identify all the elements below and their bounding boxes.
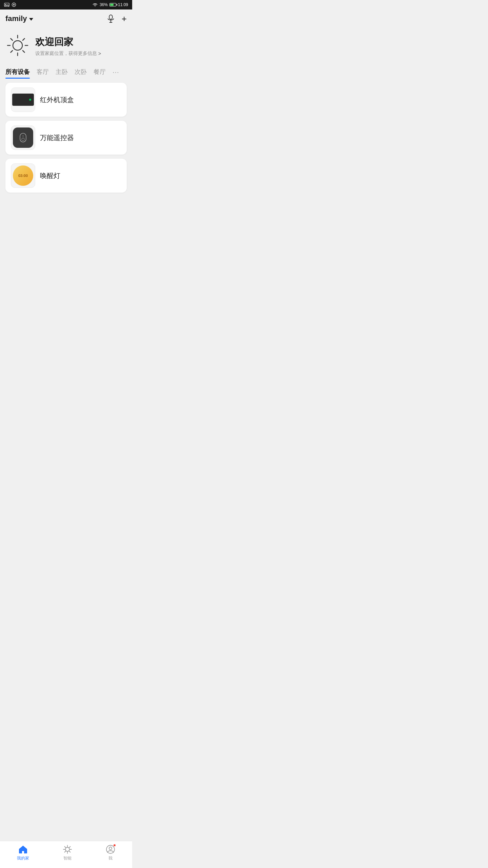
tabs-more-button[interactable]: ··· (113, 68, 119, 79)
svg-line-13 (23, 51, 25, 53)
chevron-down-icon (29, 18, 33, 21)
app-header: family + (0, 9, 132, 26)
svg-point-3 (13, 4, 15, 5)
room-tabs: 所有设备 客厅 主卧 次卧 餐厅 ··· (0, 64, 132, 79)
device-card-remote[interactable]: 万能遥控器 (5, 121, 127, 155)
device-name-settop: 红外机顶盒 (40, 95, 74, 104)
status-left-icons (4, 2, 16, 7)
battery-icon (109, 3, 116, 6)
device-name-lamp: 唤醒灯 (40, 171, 60, 180)
welcome-subtitle[interactable]: 设置家庭位置，获得更多信息 > (35, 51, 101, 57)
tab-master-bedroom[interactable]: 主卧 (56, 68, 68, 79)
lamp-time: 03:00 (18, 174, 28, 178)
welcome-title: 欢迎回家 (35, 36, 101, 48)
device-card-settop[interactable]: 红外机顶盒 (5, 83, 127, 117)
tab-second-bedroom[interactable]: 次卧 (75, 68, 87, 79)
welcome-text: 欢迎回家 设置家庭位置，获得更多信息 > (35, 36, 101, 57)
svg-rect-4 (109, 15, 112, 19)
status-bar: 36% 11:09 (0, 0, 132, 9)
welcome-banner: 欢迎回家 设置家庭位置，获得更多信息 > (0, 26, 132, 64)
device-list: 红外机顶盒 万能遥控器 03:00 唤醒灯 (0, 79, 132, 197)
sun-icon (5, 33, 30, 59)
time-display: 11:09 (118, 2, 128, 7)
svg-line-15 (11, 51, 13, 53)
circle-icon (12, 2, 16, 7)
mic-button[interactable] (107, 15, 115, 23)
remote-icon (13, 127, 33, 148)
add-button[interactable]: + (122, 14, 127, 23)
svg-point-17 (22, 138, 24, 141)
svg-point-1 (5, 4, 6, 5)
device-thumb-lamp: 03:00 (11, 163, 35, 188)
wifi-icon (92, 3, 98, 7)
lamp-icon: 03:00 (13, 165, 33, 186)
svg-line-14 (23, 39, 25, 41)
tab-dining-room[interactable]: 餐厅 (94, 68, 106, 79)
device-name-remote: 万能遥控器 (40, 133, 74, 142)
settop-box-icon (12, 94, 34, 106)
status-right: 36% 11:09 (92, 2, 128, 7)
svg-line-12 (11, 39, 13, 41)
tab-all-devices[interactable]: 所有设备 (5, 68, 30, 79)
arrow-icon: > (98, 51, 101, 56)
device-card-lamp[interactable]: 03:00 唤醒灯 (5, 159, 127, 193)
battery-percent: 36% (100, 2, 108, 7)
svg-point-7 (13, 41, 22, 50)
remote-svg (17, 132, 29, 143)
main-content: 红外机顶盒 万能遥控器 03:00 唤醒灯 (0, 79, 132, 224)
device-thumb-remote (11, 125, 35, 150)
tab-living-room[interactable]: 客厅 (37, 68, 49, 79)
family-name: family (5, 14, 27, 23)
device-thumb-settop (11, 87, 35, 112)
mic-svg-icon (107, 15, 114, 23)
family-selector[interactable]: family (5, 14, 33, 23)
header-actions: + (107, 14, 127, 23)
image-icon (4, 2, 9, 7)
